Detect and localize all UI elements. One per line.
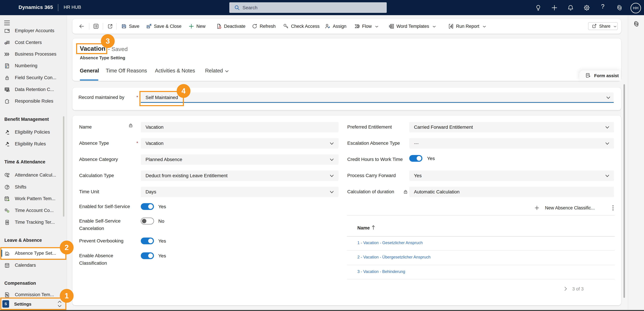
svg-text:GDPR: GDPR — [6, 88, 8, 90]
svg-text:123: 123 — [6, 64, 8, 66]
svg-text:$: $ — [5, 42, 6, 44]
svg-text:W: W — [389, 25, 391, 27]
